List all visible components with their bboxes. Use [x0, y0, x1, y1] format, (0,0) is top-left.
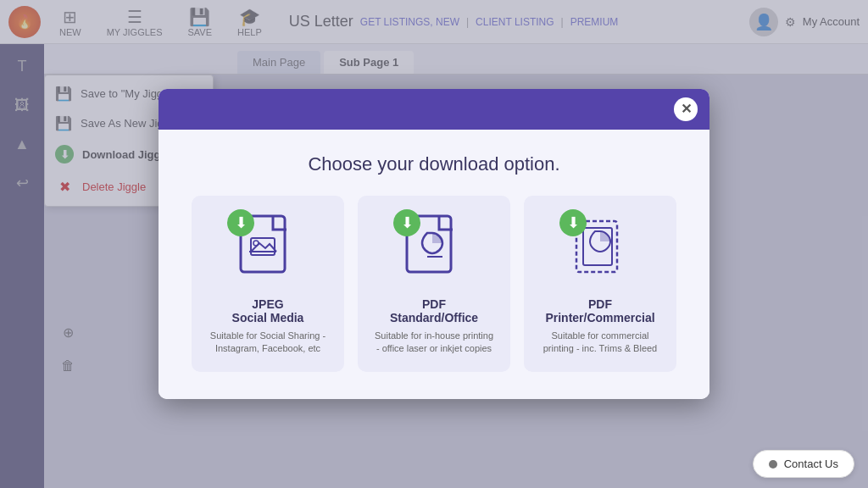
modal-title: Choose your download option. [179, 153, 689, 175]
download-option-pdf-standard[interactable]: ⬇ PDF Standard/Office Suitable f [358, 196, 510, 373]
modal-close-button[interactable]: ✕ [674, 97, 698, 121]
svg-point-3 [253, 241, 259, 246]
pdf-printer-icon-area: ⬇ [570, 214, 631, 287]
jpeg-icon-area: ⬇ [237, 214, 298, 287]
download-option-pdf-printer[interactable]: ⬇ PDF Printer/Commercial Suitable for co… [524, 196, 676, 373]
modal-body: Choose your download option. ⬇ [159, 130, 709, 400]
pdf-printer-card-title: PDF Printer/Commercial [545, 297, 654, 324]
download-option-jpeg[interactable]: ⬇ JPEG Social Media [192, 196, 344, 373]
modal-overlay: ✕ Choose your download option. ⬇ [0, 0, 868, 488]
pdf-standard-card-desc: Suitable for in-house printing - office … [373, 330, 495, 356]
download-options: ⬇ JPEG Social Media [179, 196, 689, 373]
contact-dot [769, 460, 777, 469]
jpeg-card-title: JPEG Social Media [232, 297, 304, 324]
jpeg-download-icon: ⬇ [227, 209, 254, 236]
jpeg-card-desc: Suitable for Social Sharing - Instagram,… [207, 330, 329, 356]
pdf-standard-download-icon: ⬇ [393, 209, 420, 236]
contact-us-button[interactable]: Contact Us [753, 450, 854, 478]
download-modal: ✕ Choose your download option. ⬇ [159, 89, 709, 400]
pdf-printer-card-desc: Suitable for commercial printing - inc. … [539, 330, 661, 356]
pdf-standard-icon-area: ⬇ [403, 214, 465, 287]
pdf-standard-card-title: PDF Standard/Office [390, 297, 478, 324]
pdf-printer-download-icon: ⬇ [559, 209, 587, 236]
modal-header: ✕ [159, 89, 709, 130]
